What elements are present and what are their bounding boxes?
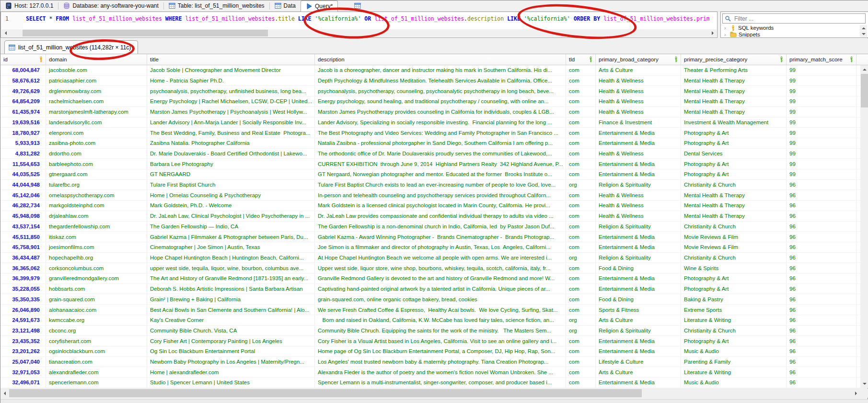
cell-id[interactable]: 58,676,612 xyxy=(0,76,46,86)
cell-primary_broad_category[interactable]: Finance & Investment xyxy=(596,118,681,128)
cell-description[interactable]: Energy psychology, sound healing, and tr… xyxy=(315,96,566,107)
editor-scroll-right-button[interactable] xyxy=(709,29,717,37)
cell-tld[interactable]: org xyxy=(566,253,596,263)
cell-description[interactable]: Gabriel Kazma - Award Winning Photograph… xyxy=(315,232,566,242)
cell-id[interactable]: 19,639,516 xyxy=(0,118,46,128)
cell-domain[interactable]: elenproni.com xyxy=(46,128,147,138)
cell-primary_broad_category[interactable]: Health & Wellness xyxy=(596,201,681,211)
cell-id[interactable]: 46,282,734 xyxy=(0,201,46,211)
cell-description[interactable]: Home page of Og Sin Loc Blackburn Entert… xyxy=(315,346,566,356)
cell-primary_precise_category[interactable]: Mental Health & Therapy xyxy=(681,76,787,86)
table-row[interactable]: 18,780,927elenproni.comThe Best Wedding,… xyxy=(0,128,860,138)
table-row[interactable]: 58,676,612patriciasaphier.comHome - Patr… xyxy=(0,76,860,86)
cell-primary_broad_category[interactable]: Arts & Culture xyxy=(596,315,681,325)
cell-primary_match_score[interactable]: 96 xyxy=(787,326,856,336)
table-row[interactable]: 49,726,629drglennmowbray.compsychoanalys… xyxy=(0,86,860,96)
cell-primary_broad_category[interactable]: Entertainment & Media xyxy=(596,169,681,179)
cell-primary_broad_category[interactable]: Entertainment & Media xyxy=(596,232,681,242)
cell-primary_broad_category[interactable]: Food & Dining xyxy=(596,294,681,304)
cell-domain[interactable]: hobbsarts.com xyxy=(46,284,147,294)
cell-title[interactable]: Studio | Spencer Lemann | United States xyxy=(147,378,315,388)
cell-title[interactable]: The Garden Fellowship — Indio, CA xyxy=(147,222,315,232)
cell-domain[interactable]: coryfisherart.com xyxy=(46,336,147,346)
main-tab-query[interactable]: Query* xyxy=(301,0,338,12)
cell-primary_precise_category[interactable]: Photography & Art xyxy=(681,169,787,179)
table-row[interactable]: 36,399,979granvilleredmondgallery.comThe… xyxy=(0,273,860,284)
table-row[interactable]: 46,282,734markgoldsteinphd.comMark Golds… xyxy=(0,201,860,211)
cell-primary_precise_category[interactable]: Music & Audio xyxy=(681,378,787,388)
editor-horizontal-scrollbar[interactable] xyxy=(1,29,717,37)
cell-domain[interactable]: tularefbc.org xyxy=(46,180,147,190)
cell-description[interactable]: Spencer Lemann is a multi-instrumentalis… xyxy=(315,378,566,388)
grid-hscrollbar-thumb[interactable] xyxy=(9,389,642,397)
cell-domain[interactable]: spencerlemann.com xyxy=(46,378,147,388)
cell-primary_precise_category[interactable]: Theater & Performing Arts xyxy=(681,65,787,75)
cell-id[interactable]: 44,035,525 xyxy=(0,169,46,179)
table-row[interactable]: 36,365,062corksoncolumbus.comupper west … xyxy=(0,263,860,273)
table-row[interactable]: 35,350,335grain-squared.comGrain² | Brew… xyxy=(0,294,860,305)
cell-primary_broad_category[interactable]: Health & Wellness xyxy=(596,149,681,159)
cell-primary_precise_category[interactable]: Photography & Art xyxy=(681,273,787,284)
cell-id[interactable]: 64,854,209 xyxy=(0,96,46,107)
filter-input[interactable] xyxy=(733,15,865,23)
cell-primary_precise_category[interactable]: Christianity & Church xyxy=(681,326,787,336)
cell-domain[interactable]: alohanaacaioc.com xyxy=(46,305,147,315)
cell-title[interactable]: Zasibna Natalia. Photographer California xyxy=(147,138,315,148)
cell-domain[interactable]: landeradvisoryllc.com xyxy=(46,118,147,128)
cell-title[interactable]: Tulare First Baptist Church xyxy=(147,180,315,190)
cell-id[interactable]: 44,044,948 xyxy=(0,180,46,190)
cell-primary_precise_category[interactable]: Wine & Spirits xyxy=(681,263,787,273)
cell-domain[interactable]: patriciasaphier.com xyxy=(46,76,147,86)
cell-domain[interactable]: hopechapelhb.org xyxy=(46,253,147,263)
grid-scroll-down-button[interactable] xyxy=(860,380,868,388)
tree-scroll-down-button[interactable] xyxy=(860,31,867,37)
cell-primary_match_score[interactable]: 96 xyxy=(787,222,856,232)
cell-tld[interactable]: com xyxy=(566,190,596,200)
new-query-tab-icon[interactable] xyxy=(354,2,361,9)
cell-description[interactable]: Alexandra Fleder is the author of poetry… xyxy=(315,367,566,377)
cell-description[interactable]: We serve Fresh Crafted Coffee & Espresso… xyxy=(315,305,566,315)
cell-tld[interactable]: com xyxy=(566,65,596,75)
cell-tld[interactable]: com xyxy=(566,357,596,367)
cell-primary_broad_category[interactable]: Religion & Spirituality xyxy=(596,326,681,336)
main-tab-host-127-0-0-1[interactable]: Host: 127.0.0.1 xyxy=(0,0,58,12)
cell-tld[interactable]: com xyxy=(566,378,596,388)
table-row[interactable]: 45,758,901joesimonfilms.comCinematograph… xyxy=(0,242,860,253)
cell-tld[interactable]: com xyxy=(566,346,596,356)
cell-description[interactable]: Lander Advisory, Specializing in sociall… xyxy=(315,118,566,128)
editor-scroll-left-button[interactable] xyxy=(1,29,9,37)
cell-description[interactable]: At Hope Chapel Huntington Beach we welco… xyxy=(315,253,566,263)
cell-primary_match_score[interactable]: 96 xyxy=(787,357,856,367)
cell-title[interactable]: Home | alexandrafleder.com xyxy=(147,367,315,377)
cell-domain[interactable]: kwmccabe.org xyxy=(46,315,147,325)
cell-primary_broad_category[interactable]: Religion & Spirituality xyxy=(596,222,681,232)
tree-scroll-up-button[interactable] xyxy=(860,25,867,31)
cell-domain[interactable]: barbleephoto.com xyxy=(46,159,147,169)
cell-domain[interactable]: cbconc.org xyxy=(46,326,147,336)
table-row[interactable]: 61,435,974marstonjameslmft-latherapy.com… xyxy=(0,107,860,118)
cell-primary_match_score[interactable]: 96 xyxy=(787,211,856,221)
cell-description[interactable]: The orthodontic office of Dr. Marie Doul… xyxy=(315,149,566,159)
cell-description[interactable]: The Garden Fellowship is a non-denominal… xyxy=(315,222,566,232)
cell-primary_match_score[interactable]: 99 xyxy=(787,107,856,117)
chevron-right-icon[interactable]: › xyxy=(724,32,728,37)
grid-scroll-up-button[interactable] xyxy=(860,65,868,73)
table-row[interactable]: 23,435,352coryfisherart.comCory Fisher A… xyxy=(0,336,860,346)
cell-primary_precise_category[interactable]: Mental Health & Therapy xyxy=(681,211,787,221)
cell-primary_match_score[interactable]: 99 xyxy=(787,86,856,96)
cell-description[interactable]: Jacob is a choreographer, dancer and ins… xyxy=(315,65,566,75)
grid-vscrollbar-thumb[interactable] xyxy=(861,74,868,107)
cell-primary_broad_category[interactable]: Arts & Culture xyxy=(596,65,681,75)
cell-domain[interactable]: joesimonfilms.com xyxy=(46,242,147,252)
cell-domain[interactable]: rachelmichaelsen.com xyxy=(46,96,147,107)
cell-primary_match_score[interactable]: 96 xyxy=(787,190,856,200)
cell-primary_precise_category[interactable]: Photography & Art xyxy=(681,138,787,148)
cell-primary_precise_category[interactable]: Investment & Wealth Management xyxy=(681,118,787,128)
column-header-domain[interactable]: domain xyxy=(46,54,147,65)
filter-box[interactable] xyxy=(722,13,866,24)
cell-primary_broad_category[interactable]: Religion & Spirituality xyxy=(596,253,681,263)
cell-tld[interactable]: com xyxy=(566,222,596,232)
cell-domain[interactable]: markgoldsteinphd.com xyxy=(46,201,147,211)
cell-primary_precise_category[interactable]: Extreme Sports xyxy=(681,305,787,315)
cell-title[interactable]: GT NERGAARD xyxy=(147,169,315,179)
